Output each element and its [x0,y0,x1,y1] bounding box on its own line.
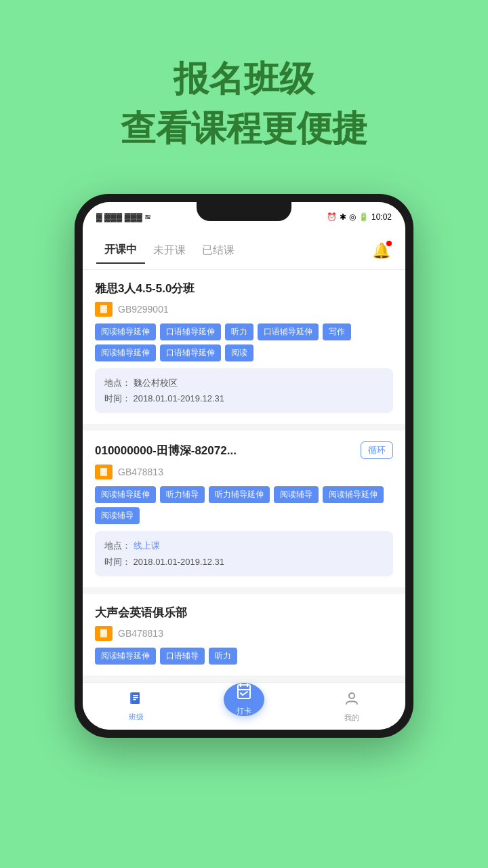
location-icon: ◎ [349,212,356,222]
course-location-2: 地点： 线上课 [104,538,384,553]
status-left: ▓ ▓▓▓ ▓▓▓ ≋ [96,212,151,222]
nav-item-checkin[interactable]: 打卡 [190,696,298,716]
tag-2-4: 阅读辅导延伸 [323,486,384,503]
course-card-3[interactable]: 大声会英语俱乐部 GB478813 阅 [83,594,405,675]
card-header-2: 010000000-田博深-82072... 循环 [95,441,393,459]
cycle-badge[interactable]: 循环 [361,441,393,459]
classes-label: 班级 [129,712,144,722]
notification-bell-button[interactable]: 🔔 [370,240,392,262]
tag-2-0: 阅读辅导延伸 [95,486,156,503]
tag-1-1: 口语辅导延伸 [160,323,221,340]
svg-rect-15 [133,697,138,698]
time-display: 10:02 [371,212,392,222]
tab-ended-courses[interactable]: 已结课 [194,241,243,263]
course-id-2: GB478813 [118,467,163,477]
bell-icon: 🔔 [372,242,390,260]
tag-2-2: 听力辅导延伸 [209,486,270,503]
book-icon-1 [95,302,113,317]
top-tabs: 开课中 未开课 已结课 🔔 [83,232,405,270]
bluetooth-icon: ✱ [340,212,346,222]
tag-1-2: 听力 [225,323,253,340]
course-title-2: 010000000-田博深-82072... [95,443,237,458]
course-time-1: 时间： 2018.01.01-2019.12.31 [104,391,384,406]
notch [197,202,291,221]
course-card-1[interactable]: 雅思3人4.5-5.0分班 GB9299001 [83,270,405,425]
online-link[interactable]: 线上课 [134,540,160,551]
nav-item-classes[interactable]: 班级 [83,691,190,722]
tag-3-2: 听力 [209,648,237,665]
tag-1-6: 口语辅导延伸 [160,344,221,361]
hero-text: 报名班级 查看课程更便捷 [121,54,367,153]
status-right: ⏰ ✱ ◎ 🔋 10:02 [327,212,392,222]
book-icon-3 [95,626,113,641]
tag-1-5: 阅读辅导延伸 [95,344,156,361]
course-info-box-2: 地点： 线上课 时间： 2018.01.01-2019.12.31 [95,531,393,576]
bottom-nav: 班级 打卡 [83,682,405,730]
course-id-row-2: GB478813 [95,465,393,479]
tag-1-4: 写作 [323,323,351,340]
course-title-1: 雅思3人4.5-5.0分班 [95,281,393,296]
tags-row-2: 阅读辅导延伸 听力辅导 听力辅导延伸 阅读辅导 阅读辅导延伸 阅读辅导 [95,486,393,524]
tags-row-1: 阅读辅导延伸 口语辅导延伸 听力 口语辅导延伸 写作 阅读辅导延伸 口语辅导延伸… [95,323,393,361]
course-id-row-3: GB478813 [95,626,393,641]
tab-active-courses[interactable]: 开课中 [96,240,145,264]
checkin-label: 打卡 [237,706,251,716]
tag-3-1: 口语辅导 [160,648,205,665]
tag-1-3: 口语辅导延伸 [258,323,319,340]
profile-icon [344,690,360,711]
svg-rect-17 [238,685,250,698]
phone-frame: ▓ ▓▓▓ ▓▓▓ ≋ ⏰ ✱ ◎ 🔋 10:02 开课中 未开课 已结课 🔔 [75,194,413,738]
tag-1-0: 阅读辅导延伸 [95,323,156,340]
tag-2-3: 阅读辅导 [274,486,319,503]
tag-3-0: 阅读辅导延伸 [95,648,156,665]
course-id-row-1: GB9299001 [95,302,393,317]
course-id-3: GB478813 [118,628,163,639]
book-icon-2 [95,465,113,479]
svg-rect-16 [133,699,136,701]
course-time-2: 时间： 2018.01.01-2019.12.31 [104,554,384,570]
svg-rect-14 [133,695,138,696]
notification-dot [386,241,392,246]
nav-item-profile[interactable]: 我的 [298,690,405,723]
svg-point-21 [349,693,354,698]
course-id-1: GB9299001 [118,304,169,315]
course-info-box-1: 地点： 魏公村校区 时间： 2018.01.01-2019.12.31 [95,368,393,414]
tag-2-5: 阅读辅导 [95,507,140,524]
course-title-3: 大声会英语俱乐部 [95,605,393,620]
clock-icon: ⏰ [327,212,337,222]
tab-upcoming-courses[interactable]: 未开课 [145,241,194,263]
checkin-icon [235,683,253,705]
tags-row-3: 阅读辅导延伸 口语辅导 听力 [95,648,393,665]
battery-icon: 🔋 [359,212,369,222]
tag-1-7: 阅读 [225,344,253,361]
profile-label: 我的 [344,713,359,723]
signal-icon: ▓ ▓▓▓ ▓▓▓ ≋ [96,212,151,222]
checkin-center-button[interactable]: 打卡 [224,683,264,716]
app-content: 开课中 未开课 已结课 🔔 雅思3人4.5-5.0分班 [83,232,405,683]
course-location-1: 地点： 魏公村校区 [104,375,384,391]
course-list: 雅思3人4.5-5.0分班 GB9299001 [83,270,405,683]
classes-icon [128,691,144,710]
course-card-2[interactable]: 010000000-田博深-82072... 循环 GB47 [83,431,405,587]
tag-2-1: 听力辅导 [160,486,205,503]
phone-screen: ▓ ▓▓▓ ▓▓▓ ≋ ⏰ ✱ ◎ 🔋 10:02 开课中 未开课 已结课 🔔 [83,202,405,730]
